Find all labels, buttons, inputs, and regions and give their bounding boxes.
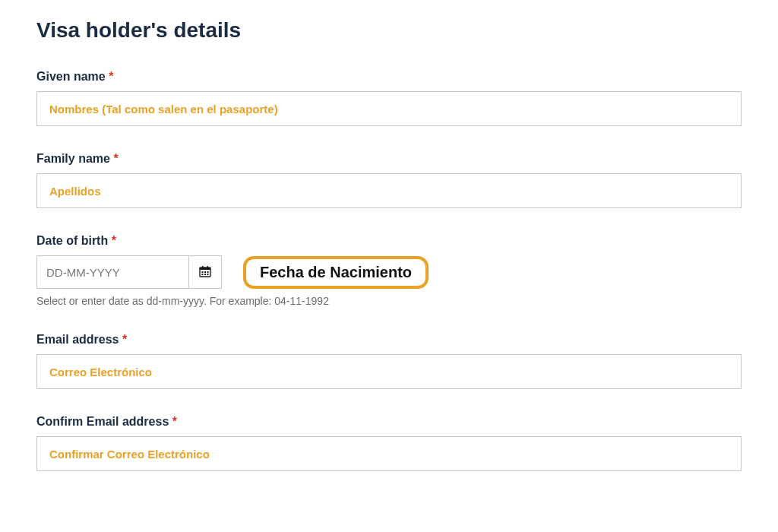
dob-label: Date of birth * [36, 234, 742, 248]
required-marker: * [113, 152, 118, 165]
dob-input-wrap [36, 255, 222, 289]
svg-rect-2 [202, 266, 204, 268]
given-name-label-text: Given name [36, 70, 106, 83]
family-name-label: Family name * [36, 152, 742, 166]
svg-rect-4 [202, 271, 204, 273]
svg-rect-7 [202, 274, 204, 275]
calendar-button[interactable] [188, 255, 222, 289]
family-name-label-text: Family name [36, 152, 110, 165]
confirm-email-label: Confirm Email address * [36, 415, 742, 429]
dob-group: Date of birth * [36, 234, 742, 307]
family-name-group: Family name * [36, 152, 742, 208]
section-title: Visa holder's details [36, 18, 742, 43]
email-group: Email address * [36, 333, 742, 389]
given-name-input[interactable] [36, 91, 742, 126]
svg-rect-1 [200, 268, 210, 270]
svg-rect-6 [207, 271, 209, 273]
dob-input[interactable] [36, 255, 188, 289]
given-name-label: Given name * [36, 70, 742, 84]
email-label-text: Email address [36, 333, 119, 346]
confirm-email-input[interactable] [36, 436, 742, 471]
email-label: Email address * [36, 333, 742, 347]
family-name-input[interactable] [36, 173, 742, 208]
required-marker: * [112, 234, 116, 247]
confirm-email-label-text: Confirm Email address [36, 415, 169, 428]
email-input[interactable] [36, 354, 742, 389]
calendar-icon [199, 265, 211, 280]
svg-rect-9 [207, 274, 209, 275]
dob-row: Fecha de Nacimiento [36, 255, 742, 289]
required-marker: * [122, 333, 127, 346]
svg-rect-8 [204, 274, 206, 275]
given-name-group: Given name * [36, 70, 742, 126]
required-marker: * [109, 70, 113, 83]
required-marker: * [172, 415, 177, 428]
confirm-email-group: Confirm Email address * [36, 415, 742, 471]
svg-rect-5 [204, 271, 206, 273]
dob-label-text: Date of birth [36, 234, 108, 247]
dob-annotation: Fecha de Nacimiento [243, 256, 429, 289]
dob-helper-text: Select or enter date as dd-mm-yyyy. For … [36, 295, 742, 307]
svg-rect-3 [207, 266, 209, 268]
